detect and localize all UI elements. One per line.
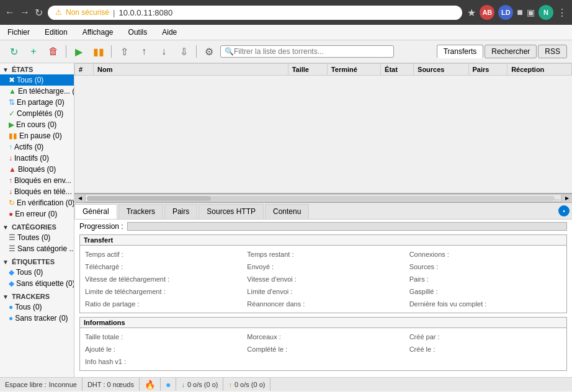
- state-bloques[interactable]: ▲ Bloqués (0): [0, 164, 74, 175]
- refresh-button[interactable]: ↻: [35, 7, 43, 19]
- menu-dots-icon[interactable]: ⋮: [557, 7, 567, 19]
- bottom-button[interactable]: ⇩: [175, 43, 192, 60]
- labels-header[interactable]: ▼ ÉTIQUETTES: [0, 257, 74, 267]
- forward-button[interactable]: →: [20, 7, 30, 18]
- tracker-tous[interactable]: ● Tous (0): [0, 301, 74, 313]
- tab-general[interactable]: Général: [74, 204, 117, 219]
- tab-contenu[interactable]: Contenu: [265, 204, 309, 219]
- sidebar: ▼ ÉTATS ✖ Tous (0) ▲ En télécharge... (0…: [0, 63, 74, 377]
- menu-affichage[interactable]: Affichage: [80, 27, 116, 37]
- avatar-n[interactable]: N: [538, 5, 553, 20]
- states-header[interactable]: ▼ ÉTATS: [0, 65, 74, 74]
- state-verification[interactable]: ↻ En vérification (0): [0, 197, 74, 208]
- tab-pairs[interactable]: Pairs: [164, 204, 197, 219]
- puzzle-icon[interactable]: ■: [517, 7, 523, 18]
- separator-3: [196, 45, 197, 58]
- state-partage[interactable]: ⇅ En partage (0): [0, 97, 74, 108]
- state-completes[interactable]: ✓ Complétés (0): [0, 108, 74, 119]
- state-icon-blocked-up: ↑: [9, 176, 12, 185]
- pause-button[interactable]: ▮▮: [90, 43, 107, 60]
- col-sources[interactable]: Sources: [414, 64, 468, 76]
- back-button[interactable]: ←: [5, 7, 15, 18]
- col-termine[interactable]: Terminé: [327, 64, 380, 76]
- categories-header[interactable]: ▼ CATÉGORIES: [0, 222, 74, 232]
- label-tous[interactable]: ◆ Tous (0): [0, 267, 74, 278]
- menu-aide[interactable]: Aide: [159, 27, 179, 37]
- torrent-table[interactable]: # Nom Taille Terminé État Sources Pairs …: [74, 63, 572, 194]
- menu-bar: Fichier Edition Affichage Outils Aide: [0, 25, 572, 40]
- dl-speed-section: ↓ 0 o/s (0 o): [176, 378, 223, 391]
- start-button[interactable]: ▶: [70, 43, 87, 60]
- cell-telecharge-label: Téléchargé :: [80, 261, 242, 273]
- window-icon[interactable]: ▣: [527, 7, 535, 17]
- col-nom[interactable]: Nom: [93, 64, 288, 76]
- dl-speed: 0 o/s (0 o): [187, 381, 218, 388]
- tracker-sans[interactable]: ● Sans tracker (0): [0, 313, 74, 324]
- state-erreur[interactable]: ● En erreur (0): [0, 208, 74, 220]
- up-button[interactable]: ↑: [135, 43, 153, 60]
- star-icon[interactable]: ★: [467, 7, 476, 19]
- cell-ajoute-label: Ajouté le :: [80, 343, 242, 355]
- state-tous[interactable]: ✖ Tous (0): [0, 74, 74, 86]
- delete-torrent-button[interactable]: 🗑: [45, 43, 62, 60]
- avatar-ab[interactable]: AB: [480, 5, 494, 20]
- address-bar[interactable]: ⚠ Non sécurisé | 10.0.0.11:8080: [48, 6, 462, 20]
- details-panel: Général Trackers Pairs Sources HTTP Cont…: [74, 202, 572, 377]
- col-taille[interactable]: Taille: [288, 64, 327, 76]
- search-input[interactable]: [234, 47, 390, 56]
- col-pairs[interactable]: Pairs: [468, 64, 507, 76]
- state-icon-error: ●: [9, 210, 13, 218]
- menu-edition[interactable]: Edition: [42, 27, 70, 37]
- horizontal-scrollbar[interactable]: ◀ ... ▶: [74, 194, 572, 202]
- tab-trackers[interactable]: Trackers: [118, 204, 163, 219]
- category-icon-none: ☰: [9, 244, 16, 253]
- settings-button[interactable]: ⚙: [200, 43, 218, 60]
- trackers-header[interactable]: ▼ TRACKERS: [0, 292, 74, 301]
- tab-transferts[interactable]: Transferts: [437, 45, 484, 58]
- state-icon-pause: ▮▮: [9, 131, 17, 140]
- col-reception[interactable]: Réception: [507, 64, 572, 76]
- down-button[interactable]: ↓: [155, 43, 172, 60]
- menu-fichier[interactable]: Fichier: [5, 27, 32, 37]
- search-box[interactable]: 🔍: [220, 45, 394, 58]
- scroll-track[interactable]: [87, 196, 555, 201]
- transfert-title: Transfert: [80, 235, 566, 246]
- state-actifs[interactable]: ↑ Actifs (0): [0, 141, 74, 153]
- col-etat[interactable]: État: [381, 64, 414, 76]
- state-bloques-env[interactable]: ↑ Bloqués en env...: [0, 175, 74, 186]
- state-telecharge[interactable]: ▲ En télécharge... (0): [0, 86, 74, 97]
- cell-limite-dl-label: Limite de téléchargement :: [80, 285, 242, 298]
- url-display: 10.0.0.11:8080: [118, 8, 172, 17]
- category-toutes[interactable]: ☰ Toutes (0): [0, 232, 74, 243]
- state-inactifs[interactable]: ↓ Inactifs (0): [0, 153, 74, 164]
- cell-envoye-label: Envoyé :: [242, 261, 404, 273]
- refresh-torrents-button[interactable]: ↻: [5, 43, 22, 60]
- tab-rss[interactable]: RSS: [538, 45, 567, 58]
- labels-section: ▼ ÉTIQUETTES ◆ Tous (0) ◆ Sans étiquette…: [0, 256, 74, 290]
- top-button[interactable]: ⇧: [115, 43, 133, 60]
- state-bloques-tele[interactable]: ↓ Bloqués en télé...: [0, 186, 74, 197]
- label-sans[interactable]: ◆ Sans étiquette (0): [0, 278, 74, 289]
- toolbar: ↻ + 🗑 ▶ ▮▮ ⇧ ↑ ↓ ⇩ ⚙ 🔍 Transferts Recher…: [0, 40, 572, 63]
- tab-sources-http[interactable]: Sources HTTP: [199, 204, 264, 219]
- flame-section: 🔥: [140, 378, 161, 391]
- avatar-ld[interactable]: LD: [498, 5, 513, 20]
- search-icon: 🔍: [225, 47, 234, 56]
- cell-taille-label: Taille totale :: [80, 331, 242, 343]
- add-torrent-button[interactable]: +: [25, 43, 42, 60]
- dht2-section: ●: [161, 378, 176, 391]
- scroll-right-button[interactable]: ▶: [561, 195, 572, 202]
- category-sans[interactable]: ☰ Sans catégorie ...: [0, 243, 74, 254]
- disk-label: Espace libre :: [5, 381, 47, 388]
- states-label: ÉTATS: [12, 66, 33, 73]
- menu-outils[interactable]: Outils: [126, 27, 150, 37]
- col-num[interactable]: #: [75, 64, 94, 76]
- scroll-left-button[interactable]: ◀: [74, 195, 86, 202]
- warning-icon: ⚠: [55, 8, 62, 17]
- label-icon-none: ◆: [9, 279, 14, 288]
- scroll-thumb[interactable]: [87, 196, 211, 201]
- tab-rechercher[interactable]: Rechercher: [485, 45, 537, 58]
- state-en-cours[interactable]: ▶ En cours (0): [0, 119, 74, 130]
- state-pause[interactable]: ▮▮ En pause (0): [0, 130, 74, 141]
- main-layout: ▼ ÉTATS ✖ Tous (0) ▲ En télécharge... (0…: [0, 63, 572, 377]
